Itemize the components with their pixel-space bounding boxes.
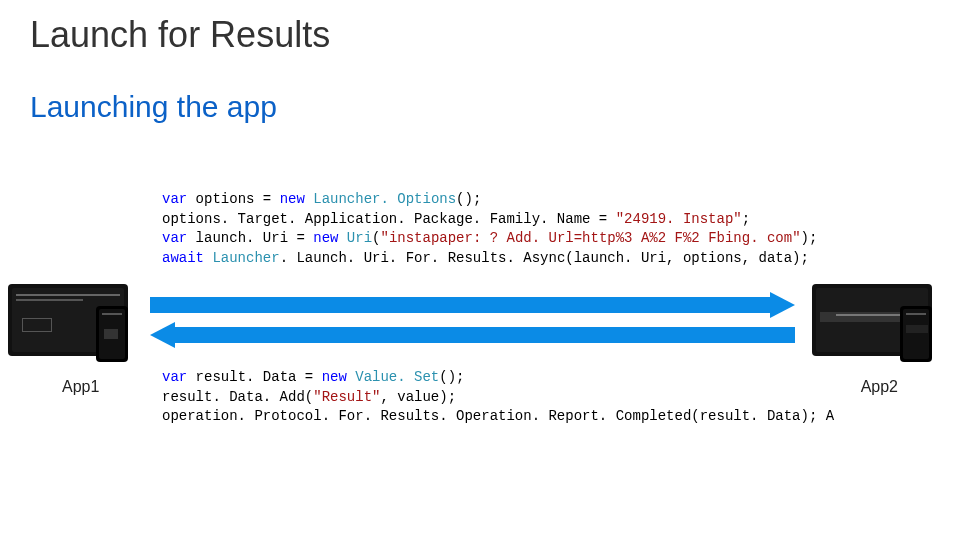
code-text: options = [187, 191, 279, 207]
code-text: , value); [380, 389, 456, 405]
code-text: (); [456, 191, 481, 207]
code-text: . Launch. Uri. For. Results. Async(launc… [280, 250, 809, 266]
code-text: launch. Uri = [187, 230, 313, 246]
arrow-left-icon [150, 322, 795, 348]
string-literal: "Result" [313, 389, 380, 405]
type-name: Uri [338, 230, 372, 246]
keyword: new [280, 191, 305, 207]
type-name: Launcher [204, 250, 280, 266]
type-name: Launcher. Options [305, 191, 456, 207]
device-group [8, 284, 148, 364]
code-text: operation. Protocol. For. Results. Opera… [162, 408, 834, 424]
keyword: var [162, 230, 187, 246]
slide-title: Launch for Results [30, 14, 330, 56]
code-text: ); [801, 230, 818, 246]
phone-icon [900, 306, 932, 362]
keyword: new [322, 369, 347, 385]
app1-devices [8, 284, 148, 364]
app1-label: App1 [62, 378, 99, 396]
string-literal: "instapaper: ? Add. Url=http%3 A%2 F%2 F… [380, 230, 800, 246]
slide-subtitle: Launching the app [30, 90, 277, 124]
keyword: var [162, 191, 187, 207]
code-block-result: var result. Data = new Value. Set(); res… [162, 368, 834, 427]
phone-icon [96, 306, 128, 362]
code-text: (); [439, 369, 464, 385]
code-text: result. Data. Add( [162, 389, 313, 405]
code-text: result. Data = [187, 369, 321, 385]
slide: Launch for Results Launching the app var… [0, 0, 960, 540]
keyword: var [162, 369, 187, 385]
app2-devices [812, 284, 952, 364]
keyword: await [162, 250, 204, 266]
app2-label: App2 [861, 378, 898, 396]
keyword: new [313, 230, 338, 246]
code-text: ; [742, 211, 750, 227]
type-name: Value. Set [347, 369, 439, 385]
code-block-call: var options = new Launcher. Options(); o… [162, 190, 817, 268]
string-literal: "24919. Instap" [616, 211, 742, 227]
device-group [812, 284, 952, 364]
code-text: options. Target. Application. Package. F… [162, 211, 616, 227]
arrow-right-icon [150, 292, 795, 318]
